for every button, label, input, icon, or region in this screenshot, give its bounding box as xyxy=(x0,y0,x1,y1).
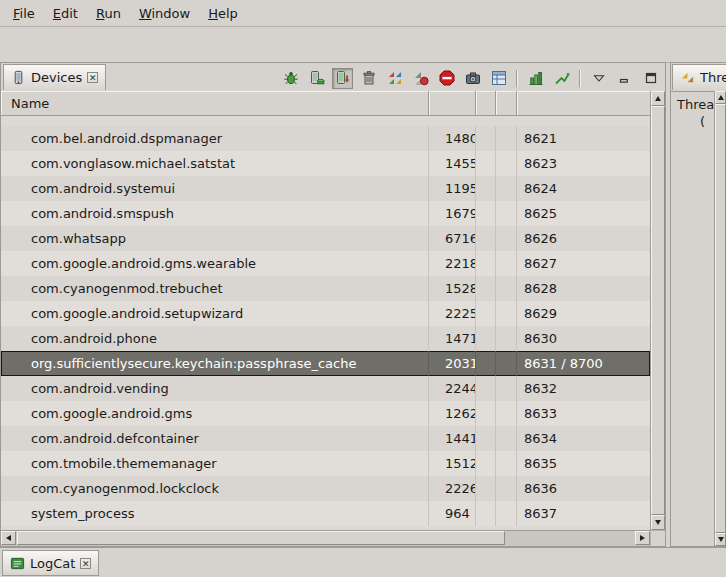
scrollbar-corner xyxy=(650,530,665,546)
process-port: 8634 xyxy=(517,426,650,451)
menu-item[interactable]: Window xyxy=(130,2,199,25)
method-profiling-icon[interactable] xyxy=(410,68,431,89)
process-port: 8626 xyxy=(517,226,650,251)
menu-item[interactable]: File xyxy=(4,2,44,25)
process-row[interactable]: com.android.defcontainer 14411 8634 xyxy=(1,426,650,451)
process-row[interactable]: org.sufficientlysecure.keychain:passphra… xyxy=(1,351,650,376)
scroll-down-icon[interactable] xyxy=(715,533,726,546)
tab-logcat[interactable]: LogCat xyxy=(2,550,99,576)
empty-cell xyxy=(496,126,517,151)
threads-vertical-scrollbar[interactable] xyxy=(714,91,726,546)
process-pid: 20311 xyxy=(429,351,476,376)
column-header-name[interactable]: Name xyxy=(1,91,429,115)
empty-cell xyxy=(496,451,517,476)
opengl-trace-icon[interactable] xyxy=(551,68,572,89)
close-icon[interactable] xyxy=(87,72,98,83)
update-threads-icon[interactable] xyxy=(384,68,405,89)
logcat-icon xyxy=(10,556,25,571)
column-header-pid[interactable] xyxy=(429,91,476,115)
process-row[interactable]: com.cyanogenmod.trebuchet 1528 8628 xyxy=(1,276,650,301)
horizontal-scroll-thumb[interactable] xyxy=(17,531,505,545)
menu-bar: FileEditRunWindowHelp xyxy=(0,0,726,27)
process-row[interactable]: com.google.android.setupwizard 22250 862… xyxy=(1,301,650,326)
process-row[interactable]: com.whatsapp 6716 8626 xyxy=(1,226,650,251)
process-pid: 22185 xyxy=(429,251,476,276)
process-row[interactable]: com.android.smspush 1679 8625 xyxy=(1,201,650,226)
horizontal-scrollbar[interactable] xyxy=(1,530,650,546)
process-row[interactable]: com.android.vending 22440 8632 xyxy=(1,376,650,401)
process-port: 8628 xyxy=(517,276,650,301)
process-row[interactable]: com.google.android.gms.wearable 22185 86… xyxy=(1,251,650,276)
threads-message: Thread up ( xyxy=(671,92,714,546)
empty-cell xyxy=(496,351,517,376)
scroll-down-icon[interactable] xyxy=(651,515,665,530)
process-name: com.cyanogenmod.trebuchet xyxy=(1,276,429,301)
debug-process-icon[interactable] xyxy=(280,68,301,89)
process-pid: 22440 xyxy=(429,376,476,401)
process-row[interactable]: com.bel.android.dspmanager 1480 8621 xyxy=(1,126,650,151)
vertical-scroll-thumb[interactable] xyxy=(651,106,665,515)
toolbar-separator xyxy=(516,70,518,87)
threads-message-line2: ( xyxy=(700,114,714,129)
empty-cell xyxy=(496,276,517,301)
process-row[interactable]: system_process 964 8637 xyxy=(1,501,650,526)
view-hierarchy-icon[interactable] xyxy=(488,68,509,89)
process-pid: 22265 xyxy=(429,476,476,501)
process-port: 8631 / 8700 xyxy=(517,351,650,376)
minimize-icon[interactable] xyxy=(614,68,635,89)
process-list: com.bel.android.dspmanager 1480 8621 com… xyxy=(1,116,650,530)
tab-devices[interactable]: Devices xyxy=(3,64,106,90)
stop-process-icon[interactable] xyxy=(436,68,457,89)
process-name: com.tmobile.thememanager xyxy=(1,451,429,476)
vertical-scrollbar[interactable] xyxy=(650,91,665,530)
close-icon[interactable] xyxy=(80,558,91,569)
process-name: com.google.android.gms xyxy=(1,401,429,426)
vertical-scroll-thumb[interactable] xyxy=(715,104,726,533)
view-menu-icon[interactable] xyxy=(588,68,609,89)
process-pid: 1528 xyxy=(429,276,476,301)
process-name: com.android.vending xyxy=(1,376,429,401)
process-port: 8630 xyxy=(517,326,650,351)
process-name: com.cyanogenmod.lockclock xyxy=(1,476,429,501)
scroll-right-icon[interactable] xyxy=(635,531,650,545)
process-name: com.android.defcontainer xyxy=(1,426,429,451)
process-row[interactable]: com.vonglasow.michael.satstat 14553 8623 xyxy=(1,151,650,176)
process-name: com.google.android.setupwizard xyxy=(1,301,429,326)
cause-gc-icon[interactable] xyxy=(358,68,379,89)
process-pid: 14411 xyxy=(429,426,476,451)
empty-cell xyxy=(476,201,496,226)
column-header-empty[interactable] xyxy=(496,91,517,115)
scroll-up-icon[interactable] xyxy=(651,91,665,106)
tab-threads[interactable]: Threads xyxy=(672,64,726,90)
toolbar-separator xyxy=(579,70,581,87)
process-pid: 1471 xyxy=(429,326,476,351)
dump-hprof-icon[interactable] xyxy=(332,68,353,89)
process-row[interactable]: com.google.android.gms 12623 8633 xyxy=(1,401,650,426)
process-pid: 1679 xyxy=(429,201,476,226)
process-row[interactable]: com.android.phone 1471 8630 xyxy=(1,326,650,351)
process-port: 8633 xyxy=(517,401,650,426)
devices-tabbar: Devices xyxy=(1,63,665,92)
process-row[interactable]: com.tmobile.thememanager 1512 8635 xyxy=(1,451,650,476)
menu-item[interactable]: Run xyxy=(87,2,130,25)
threads-message-line1: Thread up xyxy=(677,97,714,112)
menu-item[interactable]: Help xyxy=(199,2,247,25)
process-row[interactable]: com.cyanogenmod.lockclock 22265 8636 xyxy=(1,476,650,501)
tab-logcat-label: LogCat xyxy=(30,556,75,571)
empty-cell xyxy=(476,501,496,526)
app-toolbar-strip xyxy=(0,27,726,63)
column-header-empty[interactable] xyxy=(476,91,496,115)
scroll-left-icon[interactable] xyxy=(1,531,16,545)
menu-item[interactable]: Edit xyxy=(44,2,87,25)
empty-cell xyxy=(496,501,517,526)
sysinfo-icon[interactable] xyxy=(525,68,546,89)
column-header-port[interactable] xyxy=(517,91,650,115)
empty-cell xyxy=(496,226,517,251)
empty-cell xyxy=(496,326,517,351)
update-heap-icon[interactable] xyxy=(306,68,327,89)
maximize-icon[interactable] xyxy=(640,68,661,89)
empty-cell xyxy=(476,426,496,451)
process-row[interactable]: com.android.systemui 1195 8624 xyxy=(1,176,650,201)
scroll-up-icon[interactable] xyxy=(715,91,726,104)
screen-capture-icon[interactable] xyxy=(462,68,483,89)
